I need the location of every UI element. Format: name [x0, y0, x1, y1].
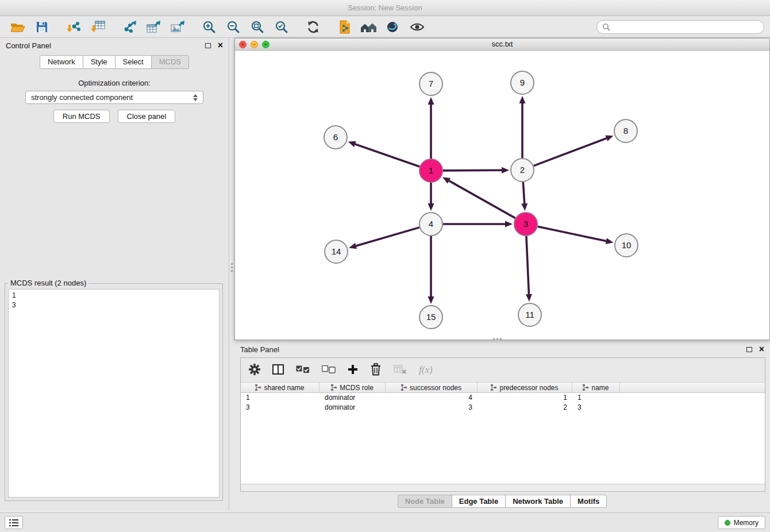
graph-edge-arrow [428, 97, 434, 105]
search-icon [602, 23, 610, 31]
export-image-button[interactable] [165, 18, 190, 36]
optimization-criterion-label: Optimization criterion: [0, 79, 229, 87]
search-input[interactable] [614, 23, 759, 31]
tab-network-table[interactable]: Network Table [505, 495, 571, 508]
column-header-label: successor nodes [410, 384, 461, 392]
column-header-shared-name[interactable]: shared name [241, 383, 319, 392]
graph-edge-3-10[interactable] [538, 226, 606, 241]
save-session-button[interactable] [30, 18, 54, 36]
table-row[interactable]: 1dominator411 [241, 393, 765, 403]
network-canvas[interactable]: 7968124314101511 [235, 51, 769, 340]
delete-table-button [394, 364, 407, 376]
graph-edge-2-8[interactable] [534, 138, 607, 166]
memory-status-icon [725, 520, 730, 526]
select-all-columns-button[interactable] [296, 365, 310, 375]
zoom-in-button[interactable] [197, 18, 221, 36]
graph-edge-4-14[interactable] [356, 228, 419, 246]
minimize-window-icon[interactable]: − [251, 41, 258, 48]
show-hide-button[interactable] [405, 18, 429, 36]
table-body[interactable]: 1dominator4113dominator323 [241, 393, 765, 484]
table-panel-title: Table Panel [240, 345, 279, 354]
network-window-title: scc.txt [492, 40, 513, 48]
home-button[interactable] [357, 18, 381, 36]
zoom-out-button[interactable] [221, 18, 245, 36]
graph-edge-arrow [605, 136, 613, 141]
column-header-predecessor-nodes[interactable]: predecessor nodes [478, 383, 572, 392]
new-network-button[interactable] [333, 18, 357, 36]
tab-edge-table[interactable]: Edge Table [452, 495, 506, 508]
tab-select[interactable]: Select [115, 55, 152, 69]
graph-edge-arrow [428, 296, 434, 304]
network-window-titlebar: × − + scc.txt [235, 38, 769, 51]
checked-boxes-icon [296, 365, 310, 373]
graph-edge-2-3[interactable] [523, 182, 524, 203]
import-network-icon [66, 20, 81, 34]
graph-edge-1-6[interactable] [355, 144, 419, 167]
export-table-button[interactable] [141, 18, 165, 36]
table-horizontal-scrollbar[interactable] [241, 484, 765, 491]
table-panel-tabs: Node Table Edge Table Network Table Moti… [234, 495, 770, 508]
delete-table-icon [394, 364, 407, 375]
network-view-window: × − + scc.txt 7968124314101511 [234, 38, 770, 340]
table-settings-button[interactable] [249, 364, 260, 377]
panel-splitter[interactable] [229, 38, 234, 510]
import-table-button[interactable] [86, 18, 110, 36]
import-network-button[interactable] [61, 18, 86, 36]
table-panel-header: Table Panel × [234, 342, 770, 356]
zoom-fit-button[interactable] [245, 18, 270, 36]
tab-node-table[interactable]: Node Table [398, 495, 452, 508]
table-cell: 3 [572, 403, 620, 413]
graph-edge-3-11[interactable] [526, 236, 529, 294]
global-search[interactable] [596, 20, 764, 34]
graph-edge-3-1[interactable] [449, 181, 515, 218]
open-folder-icon [10, 21, 25, 33]
close-table-panel-icon[interactable]: × [759, 346, 764, 353]
column-icon [272, 364, 284, 375]
column-header-MCDS-role[interactable]: MCDS role [319, 383, 386, 392]
window-title: Session: New Session [0, 0, 770, 16]
run-mcds-button[interactable]: Run MCDS [53, 110, 110, 123]
optimization-criterion-select[interactable]: strongly connected component [25, 91, 203, 104]
column-header-name[interactable]: name [572, 383, 620, 392]
main-toolbar [0, 16, 770, 38]
refresh-icon [306, 20, 320, 34]
column-header-successor-nodes[interactable]: successor nodes [386, 383, 478, 392]
float-panel-icon[interactable] [205, 43, 211, 48]
dropdown-stepper-icon [193, 94, 198, 101]
tab-style[interactable]: Style [83, 55, 116, 69]
graph-edge-arrow [502, 167, 509, 174]
table-row[interactable]: 3dominator323 [241, 403, 765, 413]
horizontal-splitter-handle[interactable] [493, 338, 502, 340]
graph-edge-1-2[interactable] [443, 170, 502, 171]
graph-node-label: 6 [333, 132, 338, 142]
close-window-icon[interactable]: × [239, 41, 247, 48]
zoom-selected-button[interactable] [270, 18, 294, 36]
graph-edge-arrow [521, 203, 528, 211]
maximize-window-icon[interactable]: + [262, 41, 270, 48]
node-table-container: f(x) shared nameMCDS rolesuccessor nodes… [240, 357, 765, 492]
home-icon [360, 21, 378, 33]
table-cell: 3 [241, 403, 319, 413]
tab-motifs[interactable]: Motifs [570, 495, 607, 508]
graph-edge-arrow [428, 203, 434, 211]
close-panel-icon[interactable]: × [218, 42, 223, 49]
tab-network[interactable]: Network [40, 55, 83, 69]
apply-layout-button[interactable] [301, 18, 325, 36]
style-button[interactable] [381, 18, 405, 36]
unselect-all-columns-button[interactable] [322, 365, 336, 375]
show-column-button[interactable] [272, 364, 284, 376]
tab-mcds[interactable]: MCDS [151, 55, 189, 69]
memory-button[interactable]: Memory [718, 516, 765, 529]
column-header-label: name [591, 384, 609, 392]
close-panel-button[interactable]: Close panel [118, 110, 176, 123]
task-history-button[interactable] [5, 516, 23, 529]
create-column-button[interactable] [348, 364, 358, 376]
delete-column-button[interactable] [370, 363, 382, 377]
mcds-result-list[interactable]: 1 3 [8, 289, 220, 498]
open-session-button[interactable] [6, 18, 30, 36]
column-type-icon [491, 384, 496, 391]
dropdown-selected-value: strongly connected component [31, 93, 133, 102]
graph-node-label: 9 [520, 78, 525, 87]
export-network-button[interactable] [117, 18, 141, 36]
float-table-panel-icon[interactable] [746, 347, 752, 352]
